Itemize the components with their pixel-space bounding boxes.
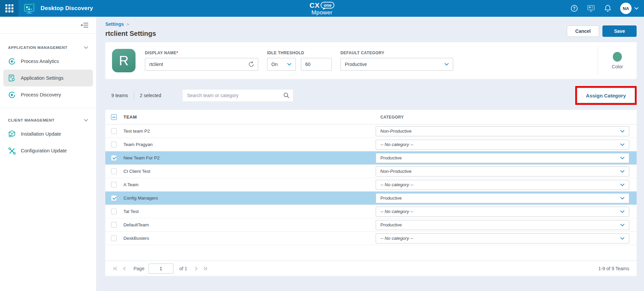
chevron-down-icon — [620, 184, 625, 186]
category-select[interactable]: Productive — [376, 220, 629, 230]
cxone-mpower-logo: CX one Mpower — [310, 2, 334, 15]
section-label: APPLICATION MANAGEMENT — [8, 46, 67, 50]
row-checkbox[interactable] — [111, 142, 117, 147]
team-name: DeskBusters — [123, 236, 376, 241]
idle-threshold-label: IDLE THRESHOLD — [267, 51, 332, 55]
apps-grid-icon[interactable] — [0, 0, 18, 17]
category-select[interactable]: -- No category -- — [376, 140, 629, 150]
category-select[interactable]: Non-Productive — [376, 166, 629, 176]
last-page-icon[interactable] — [201, 266, 209, 271]
notifications-icon[interactable] — [604, 4, 611, 12]
sidebar-item-configuration-update[interactable]: Configuration Update — [3, 142, 93, 159]
chevron-down-icon — [634, 7, 639, 10]
select-all-checkbox[interactable] — [111, 114, 117, 120]
help-icon[interactable]: ? — [571, 5, 578, 12]
row-checkbox[interactable] — [111, 195, 117, 201]
first-page-icon[interactable] — [111, 266, 120, 271]
teams-toolbar: 9 teams 2 selected Assign Category — [105, 87, 637, 104]
row-checkbox[interactable] — [111, 168, 117, 174]
category-select[interactable]: Productive — [376, 153, 629, 163]
category-select[interactable]: -- No category -- — [376, 207, 629, 217]
row-checkbox[interactable] — [111, 182, 117, 188]
team-name: DefaultTeam — [123, 222, 376, 227]
row-checkbox[interactable] — [111, 128, 117, 134]
breadcrumb-settings-link[interactable]: Settings — [105, 21, 124, 27]
section-label: CLIENT MANAGEMENT — [8, 118, 55, 122]
configuration-update-icon — [8, 147, 16, 155]
cancel-button[interactable]: Cancel — [567, 25, 599, 37]
table-row[interactable]: Test team P2 Non-Productive — [105, 125, 637, 138]
search-icon[interactable] — [283, 92, 290, 100]
sidebar-item-process-discovery[interactable]: Process Discovery — [3, 86, 93, 103]
breadcrumb: Settings > — [105, 21, 156, 27]
team-name: Team Pragyan — [123, 142, 376, 147]
idle-threshold-seconds-field[interactable] — [301, 58, 332, 71]
team-column-header: TEAM — [123, 115, 376, 120]
chevron-down-icon — [444, 63, 449, 66]
category-select[interactable]: Productive — [376, 193, 629, 203]
section-application-management[interactable]: APPLICATION MANAGEMENT — [0, 42, 96, 53]
sidebar-item-label: Process Analytics — [21, 59, 59, 64]
avatar[interactable]: NA — [620, 3, 632, 14]
reset-icon[interactable] — [248, 61, 255, 69]
table-row[interactable]: Team Pragyan -- No category -- — [105, 138, 637, 151]
search-input[interactable] — [182, 89, 293, 102]
sidebar-item-label: Installation Update — [21, 131, 61, 137]
row-checkbox[interactable] — [111, 222, 117, 228]
divider — [134, 91, 134, 99]
table-row[interactable]: New Team For P2 Productive — [105, 151, 637, 165]
save-button[interactable]: Save — [602, 25, 637, 37]
idle-threshold-toggle-select[interactable]: On — [267, 58, 296, 71]
color-swatch[interactable] — [613, 52, 622, 62]
user-menu[interactable]: NA — [620, 3, 639, 14]
collapse-sidebar-icon[interactable] — [81, 22, 89, 28]
sidebar-item-label: Process Discovery — [21, 92, 61, 97]
sidebar-item-application-settings[interactable]: Application Settings — [3, 70, 93, 86]
previous-page-icon[interactable] — [120, 266, 129, 271]
client-settings-card: R DISPLAY NAME* IDLE THRESHOLD — [105, 42, 637, 79]
assign-category-button[interactable]: Assign Category — [577, 88, 635, 103]
team-name: A Team — [123, 182, 376, 187]
application-settings-icon — [8, 74, 16, 82]
teams-table: TEAM CATEGORY Test team P2 Non-Productiv… — [105, 110, 637, 276]
team-name: Tal Test — [123, 209, 376, 214]
screen-share-icon[interactable] — [587, 4, 595, 12]
table-row[interactable]: DeskBusters -- No category -- — [105, 232, 637, 245]
page-number-input[interactable] — [149, 264, 173, 274]
category-select[interactable]: -- No category -- — [376, 180, 629, 190]
selected-count: 2 selected — [140, 93, 161, 98]
page-label: Page — [133, 266, 145, 271]
category-select-value: Productive — [380, 196, 402, 201]
display-name-field[interactable] — [145, 58, 258, 71]
sidebar-item-process-analytics[interactable]: Process Analytics — [3, 53, 93, 70]
default-category-value: Productive — [345, 62, 367, 67]
table-row[interactable]: Tal Test -- No category -- — [105, 205, 637, 218]
category-select[interactable]: -- No category -- — [376, 233, 629, 243]
table-row[interactable]: DefaultTeam Productive — [105, 218, 637, 232]
chevron-down-icon — [620, 210, 625, 213]
annotation-highlight: Assign Category — [575, 86, 637, 105]
sidebar-item-installation-update[interactable]: Installation Update — [3, 126, 93, 142]
logo-cx-text: CX — [310, 2, 320, 9]
next-page-icon[interactable] — [192, 266, 201, 271]
chevron-down-icon — [620, 237, 625, 240]
row-checkbox[interactable] — [111, 155, 117, 161]
table-row[interactable]: Config Managers Productive — [105, 192, 637, 205]
chevron-down-icon — [620, 170, 625, 173]
chevron-down-icon — [84, 46, 88, 49]
row-checkbox[interactable] — [111, 209, 117, 214]
team-name: New Team For P2 — [123, 155, 376, 160]
teams-count: 9 teams — [111, 93, 128, 98]
category-select[interactable]: Non-Productive — [376, 126, 629, 136]
main-content: Settings > rtclient Settings Cancel Save… — [97, 17, 644, 291]
section-client-management[interactable]: CLIENT MANAGEMENT — [0, 115, 96, 126]
table-row[interactable]: A Team -- No category -- — [105, 178, 637, 192]
category-select-value: -- No category -- — [380, 142, 413, 147]
chevron-down-icon — [620, 143, 625, 146]
process-discovery-icon — [8, 91, 16, 99]
team-name: CI Client Test — [123, 169, 376, 174]
default-category-select[interactable]: Productive — [340, 58, 453, 71]
desktop-discovery-logo-icon — [23, 2, 37, 14]
table-row[interactable]: CI Client Test Non-Productive — [105, 165, 637, 178]
row-checkbox[interactable] — [111, 235, 117, 241]
